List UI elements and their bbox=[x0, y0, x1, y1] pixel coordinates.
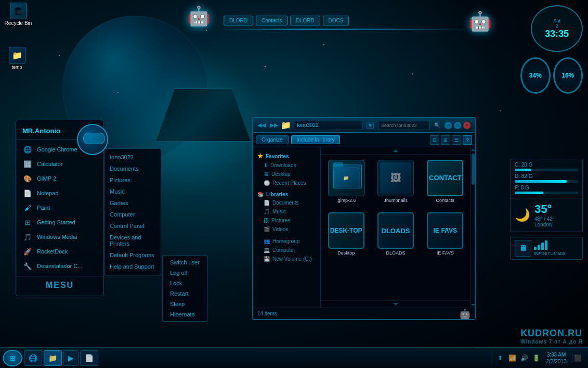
ie-icon: 🌐 bbox=[29, 354, 37, 362]
fm-file-contacts-name: Contacts bbox=[436, 198, 455, 203]
start-item-gimp[interactable]: 🎨 GIMP 2 bbox=[16, 171, 103, 186]
recycle-bin-icon[interactable]: 🗑 Recycle Bin bbox=[3, 3, 34, 26]
clock-widget: Sat 2 33:35 bbox=[531, 5, 583, 52]
weather-city: London bbox=[534, 222, 555, 227]
libraries-icon: 📚 bbox=[257, 192, 264, 197]
fm-file-desktop[interactable]: DESK-TOP Desktop bbox=[323, 210, 369, 258]
calc-icon: 🔢 bbox=[22, 159, 33, 169]
fm-nav-back[interactable]: ◀◀ bbox=[257, 122, 266, 129]
fm-view-btn-3[interactable]: ☰ bbox=[452, 135, 461, 145]
fm-view-btn-1[interactable]: ⊟ bbox=[430, 135, 439, 145]
start-item-getting-started[interactable]: ⊞ Getting Started bbox=[16, 215, 103, 230]
po-log-off[interactable]: Log off bbox=[163, 268, 207, 278]
sr-item-computer[interactable]: Computer bbox=[104, 209, 161, 220]
fm-sidebar-recent[interactable]: 🕒 Recent Places bbox=[253, 179, 320, 187]
start-item-paint[interactable]: 🖌 Paint bbox=[16, 200, 103, 215]
scrollbar-thumb[interactable] bbox=[472, 154, 475, 185]
fm-include-library-button[interactable]: Include in library bbox=[291, 135, 341, 144]
media-taskbar-icon: ▶ bbox=[68, 354, 74, 362]
fm-minimize-button[interactable]: — bbox=[445, 122, 452, 129]
po-switch-user[interactable]: Switch user bbox=[163, 257, 207, 268]
po-restart[interactable]: Restart bbox=[163, 288, 207, 299]
downloads-icon: ⬇ bbox=[264, 162, 268, 168]
sr-item-help[interactable]: Help and Support bbox=[104, 261, 161, 272]
fm-help-button[interactable]: ? bbox=[463, 135, 472, 145]
start-item-uninstall[interactable]: 🔧 Desinstalador C... bbox=[16, 259, 103, 273]
tray-icon-1[interactable]: ⬆ bbox=[495, 353, 505, 363]
sr-item-tono[interactable]: tono3022 bbox=[104, 151, 161, 163]
po-lock[interactable]: Lock bbox=[163, 278, 207, 288]
start-item-rocketdock[interactable]: 🚀 RocketDock bbox=[16, 244, 103, 259]
hud-tabs[interactable]: DLORD Contacts DLORD DOCS bbox=[224, 16, 349, 26]
tray-show-desktop[interactable]: ⬛ bbox=[572, 353, 581, 363]
fm-sidebar-newvolume[interactable]: 💾 New Volume (C:) bbox=[253, 255, 320, 263]
tray-icon-sound[interactable]: 🔊 bbox=[519, 353, 529, 363]
taskbar-ie[interactable]: 🌐 bbox=[24, 350, 42, 366]
hud-top-panel: 🤖 bbox=[198, 10, 458, 42]
fm-file-dloads[interactable]: DLOADS DLOADS bbox=[373, 210, 418, 258]
fm-sidebar-downloads[interactable]: ⬇ Downloads bbox=[253, 161, 320, 170]
fm-sidebar-computer[interactable]: 💻 Computer bbox=[253, 246, 320, 255]
fm-search-input[interactable] bbox=[378, 121, 430, 130]
fm-maximize-button[interactable]: □ bbox=[454, 122, 461, 129]
fm-file-gimp[interactable]: 📁 .gimp-2.6 bbox=[323, 157, 369, 206]
sr-item-default[interactable]: Default Programs bbox=[104, 249, 161, 261]
fm-organize-button[interactable]: Organize bbox=[256, 135, 289, 144]
hud-tab-0[interactable]: DLORD bbox=[224, 16, 253, 26]
fm-statusbar: 14 items 🤖 bbox=[253, 308, 475, 319]
hud-tab-3[interactable]: DOCS bbox=[323, 16, 349, 26]
hud-tab-2[interactable]: DLORD bbox=[290, 16, 320, 26]
taskbar-media[interactable]: ▶ bbox=[63, 350, 79, 366]
fm-nav-forward[interactable]: ▶▶ bbox=[270, 122, 278, 129]
network-panel: 🖥 INFINITUM505 bbox=[510, 237, 583, 260]
homegroup-icon: 👥 bbox=[264, 238, 270, 244]
po-sleep[interactable]: Sleep bbox=[163, 299, 207, 309]
fm-body: ★ Favorites ⬇ Downloads 🖥 Desktop 🕒 Rece… bbox=[253, 147, 475, 308]
fm-sidebar-desktop[interactable]: 🖥 Desktop bbox=[253, 170, 320, 179]
start-item-media[interactable]: 🎵 Windows Media bbox=[16, 230, 103, 244]
fm-sidebar-lib-videos[interactable]: 🎬 Videos bbox=[253, 225, 320, 234]
robot-left-icon: 🤖 bbox=[187, 5, 211, 27]
fm-file-iefavs[interactable]: IE FAVS IE FAVS bbox=[423, 210, 468, 258]
sr-item-control[interactable]: Control Panel bbox=[104, 220, 161, 232]
tray-icon-power[interactable]: 🔋 bbox=[531, 353, 541, 363]
start-item-calc[interactable]: 🔢 Calculator bbox=[16, 157, 103, 171]
sr-item-music[interactable]: Music bbox=[104, 186, 161, 197]
recycle-bin-label: Recycle Bin bbox=[5, 20, 32, 26]
hud-tab-1[interactable]: Contacts bbox=[256, 16, 288, 26]
start-button[interactable]: ⊞ bbox=[3, 350, 22, 366]
scrollbar-down-icon bbox=[471, 304, 475, 306]
fm-sidebar-lib-docs[interactable]: 📄 Documents bbox=[253, 198, 320, 207]
fm-scrollbar[interactable] bbox=[471, 147, 475, 308]
taskbar-file[interactable]: 📄 bbox=[80, 350, 98, 366]
fm-file-contacts[interactable]: CONTACT Contacts bbox=[423, 157, 468, 206]
fm-address-bar[interactable]: tono3022 bbox=[294, 121, 362, 130]
fm-sidebar-homegroup[interactable]: 👥 Homegroup bbox=[253, 237, 320, 246]
po-hibernate[interactable]: Hibernate bbox=[163, 309, 207, 320]
fm-content-grid: 📁 .gimp-2.6 🖼 .thumbnails bbox=[321, 155, 471, 300]
taskbar-clock[interactable]: 3:33 AM 2/2/2013 bbox=[543, 351, 569, 365]
recycle-bin-img: 🗑 bbox=[10, 3, 27, 19]
fm-sidebar-lib-music[interactable]: 🎵 Music bbox=[253, 207, 320, 216]
sr-item-documents[interactable]: Documents bbox=[104, 163, 161, 174]
tray-icon-network[interactable]: 📶 bbox=[507, 353, 517, 363]
sr-item-pictures[interactable]: Pictures bbox=[104, 174, 161, 186]
fm-titlebar: ◀◀ ▶▶ 📁 tono3022 ▼ 🔍 — □ × bbox=[253, 118, 475, 133]
fm-view-btn-2[interactable]: ⊞ bbox=[441, 135, 450, 145]
fm-file-thumbnails-name: .thumbnails bbox=[384, 198, 408, 203]
start-item-notepad[interactable]: 📄 Notepad bbox=[16, 186, 103, 200]
sr-item-devices[interactable]: Devices and Printers bbox=[104, 232, 161, 249]
sr-item-games[interactable]: Games bbox=[104, 197, 161, 209]
fm-toolbar: Organize Include in library ⊟ ⊞ ☰ ? bbox=[253, 133, 475, 147]
fm-addr-dropdown[interactable]: ▼ bbox=[367, 122, 374, 129]
scrollbar-up-icon bbox=[471, 149, 475, 151]
weather-panel: 🌙 35° 48° / 42° London bbox=[510, 198, 583, 232]
weather-temp: 35° bbox=[534, 202, 555, 216]
fm-close-button[interactable]: × bbox=[463, 122, 471, 129]
temp-icon[interactable]: 📁 temp bbox=[3, 47, 31, 70]
taskbar-folder[interactable]: 📁 bbox=[44, 350, 62, 366]
fm-search-icon[interactable]: 🔍 bbox=[434, 122, 440, 128]
fm-file-thumbnails[interactable]: 🖼 .thumbnails bbox=[373, 157, 418, 206]
favorites-star-icon: ★ bbox=[257, 153, 263, 160]
fm-sidebar-lib-pictures[interactable]: 🖼 Pictures bbox=[253, 216, 320, 225]
